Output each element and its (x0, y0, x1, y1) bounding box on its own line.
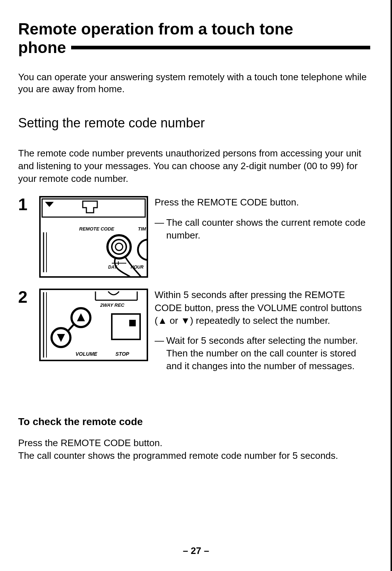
step-2-note: — Wait for 5 seconds after selecting the… (155, 334, 370, 372)
step-2: 2 2WAY REC (18, 289, 370, 372)
remote-code-diagram: REMOTE CODE TIM DAY HOUR (39, 196, 148, 278)
step-1-figure: REMOTE CODE TIM DAY HOUR (39, 196, 148, 278)
step-2-instruction: Within 5 seconds after pressing the REMO… (155, 289, 370, 327)
label-tim: TIM (138, 226, 147, 232)
page-number: – 27 – (0, 545, 392, 556)
title-line-2: phone (18, 38, 66, 57)
up-triangle-icon (77, 313, 85, 321)
label-stop: STOP (115, 351, 130, 357)
stop-square-icon (129, 320, 136, 326)
step-number: 2 (18, 289, 33, 305)
svg-point-3 (112, 240, 126, 254)
svg-rect-16 (112, 314, 140, 339)
label-2way-rec: 2WAY REC (100, 302, 124, 308)
title-rule (71, 46, 370, 49)
label-volume: VOLUME (75, 351, 98, 357)
label-remote-code: REMOTE CODE (79, 226, 114, 232)
scan-edge (391, 0, 392, 571)
check-line-2: The call counter shows the programmed re… (18, 449, 370, 462)
page-title-block: Remote operation from a touch tone phone (18, 20, 370, 57)
steps-list: 1 REMOTE CODE TIM (18, 196, 370, 372)
manual-page: Remote operation from a touch tone phone… (0, 0, 392, 571)
title-line-2-row: phone (18, 38, 370, 57)
step-2-note-text: Wait for 5 seconds after selecting the n… (166, 334, 370, 372)
label-day: DAY (108, 265, 117, 270)
down-triangle-icon (57, 334, 65, 342)
step-1-text: Press the REMOTE CODE button. — The call… (155, 196, 370, 241)
check-line-1: Press the REMOTE CODE button. (18, 437, 370, 449)
section-heading: Setting the remote code number (18, 115, 370, 131)
dash-icon: — (155, 216, 164, 242)
svg-point-4 (115, 243, 123, 250)
intro-paragraph: You can operate your answering system re… (18, 71, 370, 96)
step-1: 1 REMOTE CODE TIM (18, 196, 370, 278)
check-body: Press the REMOTE CODE button. The call c… (18, 437, 370, 462)
svg-point-2 (107, 235, 131, 258)
step-1-note: — The call counter shows the current rem… (155, 216, 370, 242)
svg-line-15 (68, 324, 74, 331)
title-line-1: Remote operation from a touch tone (18, 20, 370, 38)
step-2-text: Within 5 seconds after pressing the REMO… (155, 289, 370, 372)
step-1-instruction: Press the REMOTE CODE button. (155, 196, 370, 209)
volume-diagram: 2WAY REC VOLUME STOP (39, 289, 148, 361)
step-2-figure: 2WAY REC VOLUME STOP (39, 289, 148, 361)
step-1-note-text: The call counter shows the current remot… (166, 216, 370, 242)
section-body: The remote code number prevents unauthor… (18, 147, 370, 185)
label-hour: HOUR (131, 265, 144, 270)
check-heading: To check the remote code (18, 416, 370, 428)
step-number: 1 (18, 196, 33, 213)
dash-icon: — (155, 334, 164, 372)
